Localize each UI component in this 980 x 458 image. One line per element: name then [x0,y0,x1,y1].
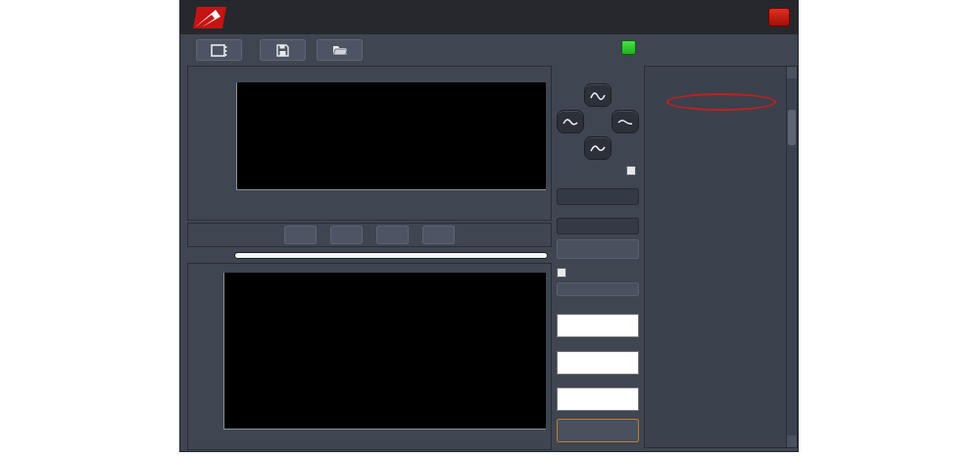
playback-progress-fill [235,253,547,258]
harmonic-count-input[interactable] [557,387,639,411]
rewind-button[interactable] [330,226,363,244]
start-analysis-button[interactable] [557,419,639,442]
spectrum-plot-svg [224,273,547,430]
calc-duration-input[interactable] [557,351,639,375]
waveform-plot-svg [237,82,547,190]
waveform-panel [187,66,552,221]
waveform-chart[interactable] [236,82,546,190]
harmonics-table [644,66,798,448]
harmonics-table-header [645,67,797,82]
control-column [557,1,639,453]
save-icon [276,44,289,57]
open-file-button[interactable] [317,39,363,61]
update-button[interactable] [557,239,639,259]
fundamental-freq-input[interactable] [557,314,639,337]
playback-controls [187,223,552,247]
scroll-down-icon[interactable] [787,435,797,447]
sine-left-icon [562,116,579,127]
sine-up-icon [589,89,607,101]
checkbox-check-icon [626,166,636,176]
checkbox-check-icon [557,268,566,278]
open-folder-icon [332,44,348,56]
zoom-left-button[interactable] [557,110,584,133]
spectrum-panel [187,263,552,450]
waveform-header [535,69,543,79]
stop-button[interactable] [284,226,317,244]
spectrum-y-ticks [188,273,220,430]
min-input[interactable] [557,218,639,234]
save-button[interactable] [260,39,306,61]
zoom-down-button[interactable] [584,136,612,160]
scroll-up-icon[interactable] [787,67,797,78]
harmonics-column [644,1,799,453]
spectrum-chart[interactable] [223,273,546,430]
auto-range-checkbox[interactable] [626,166,639,176]
reset-params-button[interactable] [557,282,639,296]
playback-progress-bar[interactable] [234,252,548,259]
zoom-right-button[interactable] [612,110,639,133]
fast-forward-button[interactable] [422,226,455,244]
play-button[interactable] [376,226,409,244]
max-input[interactable] [557,188,639,205]
spectrum-x-ticks [223,433,546,442]
waveform-y-ticks [188,82,233,190]
display-icon [211,44,228,57]
scrollbar-thumb[interactable] [788,110,796,145]
sine-right-icon [616,116,634,127]
screenshot-canvas [0,0,980,458]
sine-down-icon [589,142,607,154]
table-scrollbar[interactable] [786,67,797,447]
display-mode-button[interactable] [196,39,242,61]
zoom-up-button[interactable] [584,83,612,107]
waveform-x-ticks [236,193,546,203]
fundamental-row-annotation-ellipse [666,93,776,111]
value-auto-range-checkbox[interactable] [557,268,569,278]
app-window [179,0,799,452]
